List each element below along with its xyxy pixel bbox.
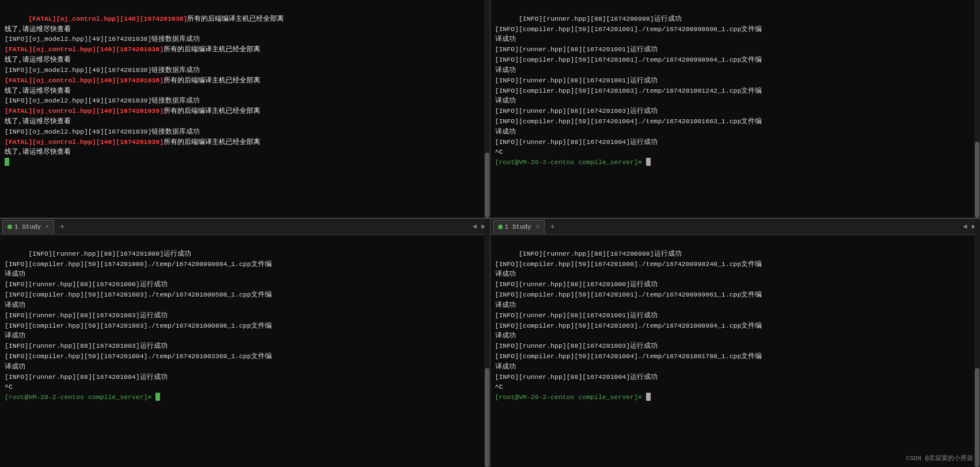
tab-label-bottom-right: 1 Study — [505, 223, 531, 230]
tab-bar-bottom-left: 1 Study × + ◄ ► — [0, 219, 490, 235]
tab-close-bottom-right[interactable]: × — [536, 224, 540, 230]
tab-bottom-left[interactable]: 1 Study × — [2, 220, 54, 234]
panel-bottom-right: 1 Study × + ◄ ► [INFO][runner.hpp][88][1… — [491, 219, 981, 467]
scrollbar-bottom-left[interactable] — [484, 219, 490, 467]
scrollbar-top-right[interactable] — [974, 0, 980, 218]
cursor-top-left — [5, 158, 9, 166]
panel-top-left: [FATAL][oj_control.hpp][140][1674201038]… — [0, 0, 491, 218]
cursor-bottom-right — [646, 393, 651, 401]
cursor-bottom-left — [155, 393, 160, 401]
scrollbar-top-left[interactable] — [484, 0, 490, 218]
panel-bottom-left: 1 Study × + ◄ ► [INFO][runner.hpp][88][1… — [0, 219, 491, 467]
tab-dot-right — [498, 225, 503, 229]
tab-close-bottom-left[interactable]: × — [45, 224, 49, 230]
tab-nav-prev-bottom-left[interactable]: ◄ — [471, 223, 478, 231]
terminal-top-left: [FATAL][oj_control.hpp][140][1674201038]… — [0, 0, 490, 218]
fatal-text-1: [FATAL][oj_control.hpp][140][1674201038] — [28, 15, 187, 22]
cursor-top-right — [646, 158, 651, 166]
tab-dot-left — [7, 225, 12, 229]
tab-nav-prev-bottom-right[interactable]: ◄ — [962, 223, 969, 231]
tab-bottom-right[interactable]: 1 Study × — [493, 220, 545, 234]
terminal-bottom-right: [INFO][runner.hpp][88][1674200998]运行成功 [… — [491, 235, 981, 467]
tab-add-bottom-left[interactable]: + — [56, 221, 68, 233]
tab-bar-bottom-right: 1 Study × + ◄ ► — [491, 219, 981, 235]
watermark: CSDN @卖寂寞的小男孩 — [906, 454, 973, 464]
terminal-bottom-left: [INFO][runner.hpp][88][1674201000]运行成功 [… — [0, 235, 490, 467]
tab-add-bottom-right[interactable]: + — [547, 221, 559, 233]
tab-label-bottom-left: 1 Study — [14, 223, 41, 230]
scrollbar-bottom-right[interactable] — [974, 219, 980, 467]
panel-top-right: [INFO][runner.hpp][88][1674200998]运行成功 [… — [491, 0, 981, 218]
terminal-top-right: [INFO][runner.hpp][88][1674200998]运行成功 [… — [491, 0, 981, 218]
